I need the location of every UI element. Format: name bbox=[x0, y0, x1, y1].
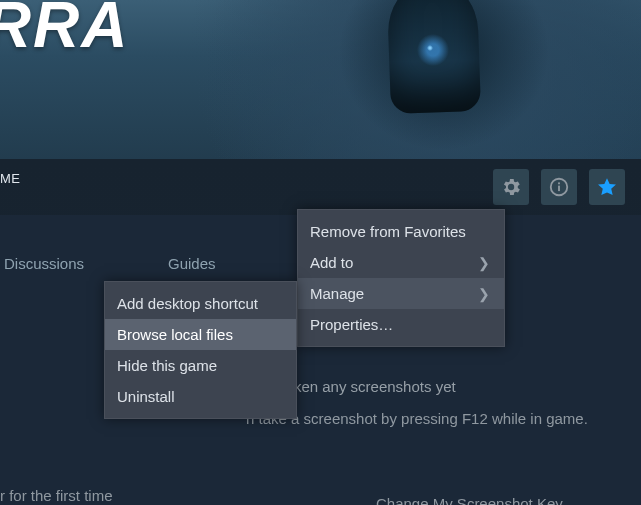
menu-item-label: Hide this game bbox=[117, 357, 217, 374]
change-screenshot-key-link[interactable]: Change My Screenshot Key bbox=[376, 495, 563, 505]
menu-item-label: Add desktop shortcut bbox=[117, 295, 258, 312]
settings-button[interactable] bbox=[493, 169, 529, 205]
game-logo: ERRA bbox=[0, 0, 129, 62]
svg-rect-1 bbox=[558, 186, 560, 192]
submenu-browse-local-files[interactable]: Browse local files bbox=[105, 319, 296, 350]
play-first-time-fragment: r for the first time bbox=[0, 487, 113, 504]
submenu-uninstall[interactable]: Uninstall bbox=[105, 381, 296, 412]
submenu-add-desktop-shortcut[interactable]: Add desktop shortcut bbox=[105, 288, 296, 319]
game-hero-banner: ERRA bbox=[0, 0, 641, 159]
menu-remove-from-favorites[interactable]: Remove from Favorites bbox=[298, 216, 504, 247]
menu-item-label: Browse local files bbox=[117, 326, 233, 343]
game-context-menu: Remove from Favorites Add to ❯ Manage ❯ … bbox=[297, 209, 505, 347]
manage-submenu: Add desktop shortcut Browse local files … bbox=[104, 281, 297, 419]
chevron-right-icon: ❯ bbox=[478, 286, 490, 302]
gear-icon bbox=[500, 176, 522, 198]
menu-item-label: Add to bbox=[310, 254, 353, 271]
info-button[interactable] bbox=[541, 169, 577, 205]
tab-guides[interactable]: Guides bbox=[168, 255, 216, 272]
menu-item-label: Manage bbox=[310, 285, 364, 302]
screenshots-empty-heading: ven't taken any screenshots yet bbox=[246, 375, 616, 399]
star-icon bbox=[596, 176, 618, 198]
menu-item-label: Properties… bbox=[310, 316, 393, 333]
menu-item-label: Uninstall bbox=[117, 388, 175, 405]
submenu-hide-this-game[interactable]: Hide this game bbox=[105, 350, 296, 381]
chevron-right-icon: ❯ bbox=[478, 255, 490, 271]
menu-properties[interactable]: Properties… bbox=[298, 309, 504, 340]
menu-manage[interactable]: Manage ❯ bbox=[298, 278, 504, 309]
svg-rect-2 bbox=[558, 182, 560, 184]
hero-art-mech bbox=[317, 0, 574, 159]
me-label-fragment: ME bbox=[0, 171, 21, 186]
favorite-button[interactable] bbox=[589, 169, 625, 205]
menu-item-label: Remove from Favorites bbox=[310, 223, 466, 240]
menu-add-to[interactable]: Add to ❯ bbox=[298, 247, 504, 278]
screenshots-panel: ven't taken any screenshots yet n take a… bbox=[246, 375, 616, 431]
tab-discussions[interactable]: Discussions bbox=[4, 255, 84, 272]
screenshots-hint: n take a screenshot by pressing F12 whil… bbox=[246, 407, 616, 431]
info-icon bbox=[548, 176, 570, 198]
game-action-row: ME bbox=[0, 159, 641, 215]
